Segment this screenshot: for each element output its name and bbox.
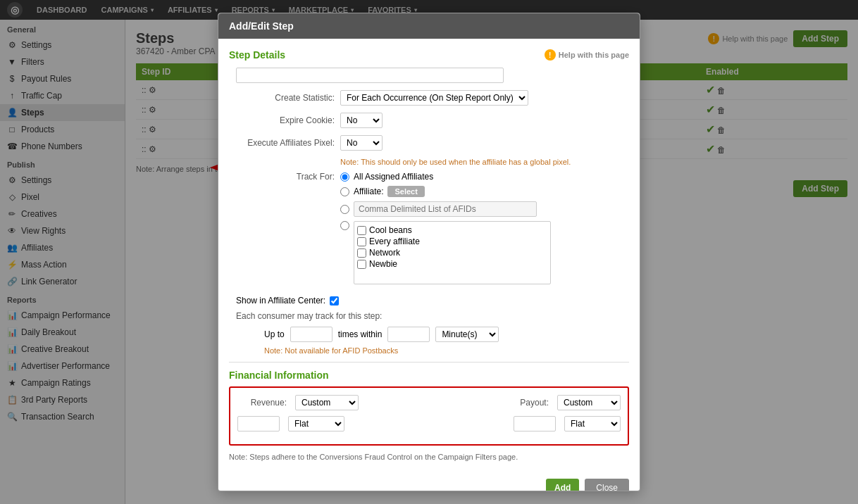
expire-cookie-row: Expire Cookie: No	[229, 113, 629, 128]
track-affiliate-radio-row: Affiliate: Select	[340, 186, 551, 197]
revenue-amount-input[interactable]	[237, 416, 280, 431]
track-comma-radio[interactable]	[340, 205, 349, 214]
modal-overlay: Add/Edit Step Step Details ! Help with t…	[0, 0, 858, 504]
checkbox-every-affiliate[interactable]	[357, 237, 366, 246]
add-button[interactable]: Add	[546, 479, 579, 491]
consumer-track-row: Each consumer may track for this step:	[236, 311, 629, 321]
payout-select[interactable]: Custom	[557, 395, 621, 410]
time-unit-select[interactable]: Minute(s)	[435, 327, 499, 342]
revenue-payout-row: Revenue: Custom Payout: Custom	[237, 395, 621, 410]
times-within-input[interactable]	[387, 327, 430, 342]
fraud-note: Note: Steps adhere to the Conversions Fr…	[229, 453, 629, 461]
modal-header: Add/Edit Step	[218, 13, 640, 39]
list-item-every-affiliate: Every affiliate	[357, 236, 547, 247]
afid-postbacks-note: Note: Not available for AFID Postbacks	[264, 346, 629, 355]
expire-cookie-select[interactable]: No	[340, 113, 383, 128]
execute-affiliates-select[interactable]: No	[340, 135, 383, 151]
execute-affiliates-label: Execute Affiliates Pixel:	[229, 138, 335, 148]
checkbox-newbie[interactable]	[357, 260, 366, 269]
track-for-row: Track For: All Assigned Affiliates Affil…	[229, 172, 629, 289]
checkbox-cool-beans[interactable]	[357, 226, 366, 235]
track-affiliate-radio[interactable]	[340, 187, 349, 196]
track-list-radio[interactable]	[340, 221, 349, 230]
execute-affiliates-row: Execute Affiliates Pixel: No	[229, 135, 629, 151]
close-button[interactable]: Close	[585, 479, 629, 491]
create-statistic-row: Create Statistic: For Each Occurrence (O…	[229, 90, 629, 106]
revenue-select[interactable]: Custom	[295, 395, 359, 410]
show-affiliate-center-checkbox[interactable]	[330, 296, 339, 305]
add-edit-step-modal: Add/Edit Step Step Details ! Help with t…	[218, 13, 640, 491]
modal-help-link[interactable]: ! Help with this page	[545, 49, 629, 61]
flat-row: Flat Flat	[237, 416, 621, 431]
revenue-flat-select[interactable]: Flat	[288, 416, 344, 431]
modal-footer: Add Close	[218, 479, 640, 491]
track-all-radio[interactable]	[340, 172, 349, 182]
track-all-radio-row: All Assigned Affiliates	[340, 172, 551, 182]
show-affiliate-center-label: Show in Affiliate Center:	[236, 296, 325, 305]
track-for-options: All Assigned Affiliates Affiliate: Selec…	[340, 172, 551, 289]
payout-flat-select[interactable]: Flat	[564, 416, 621, 431]
create-statistic-select[interactable]: For Each Occurrence (On Step Report Only…	[340, 90, 528, 106]
affiliate-list-row: Cool beans Every affiliate Network	[340, 221, 551, 284]
expire-cookie-label: Expire Cookie:	[229, 115, 335, 125]
payout-label: Payout:	[499, 398, 549, 408]
modal-help-icon: !	[545, 49, 556, 61]
list-item-newbie: Newbie	[357, 258, 547, 270]
track-for-label: Track For:	[229, 172, 335, 182]
revenue-label: Revenue:	[237, 398, 287, 408]
modal-body: Step Details ! Help with this page Creat…	[218, 39, 640, 479]
select-affiliate-button[interactable]: Select	[387, 186, 424, 197]
up-to-row: Up to times within Minute(s)	[264, 327, 629, 342]
step-details-title: Step Details ! Help with this page	[229, 49, 629, 61]
checkbox-network[interactable]	[357, 248, 366, 258]
affiliate-note: Note: This should only be used when the …	[340, 158, 629, 166]
divider	[229, 362, 629, 363]
financial-title: Financial Information	[229, 370, 629, 381]
list-item-network: Network	[357, 247, 547, 258]
comma-afids-input[interactable]	[354, 201, 537, 217]
financial-section: Revenue: Custom Payout: Custom Flat	[229, 386, 629, 446]
step-name-input[interactable]	[236, 68, 504, 83]
show-affiliate-center-row: Show in Affiliate Center:	[236, 296, 629, 305]
create-statistic-label: Create Statistic:	[229, 93, 335, 103]
track-comma-radio-row	[340, 201, 551, 217]
list-item-cool-beans: Cool beans	[357, 225, 547, 236]
up-to-input[interactable]	[290, 327, 332, 342]
affiliate-list-box: Cool beans Every affiliate Network	[354, 221, 551, 284]
payout-amount-input[interactable]	[514, 416, 556, 431]
